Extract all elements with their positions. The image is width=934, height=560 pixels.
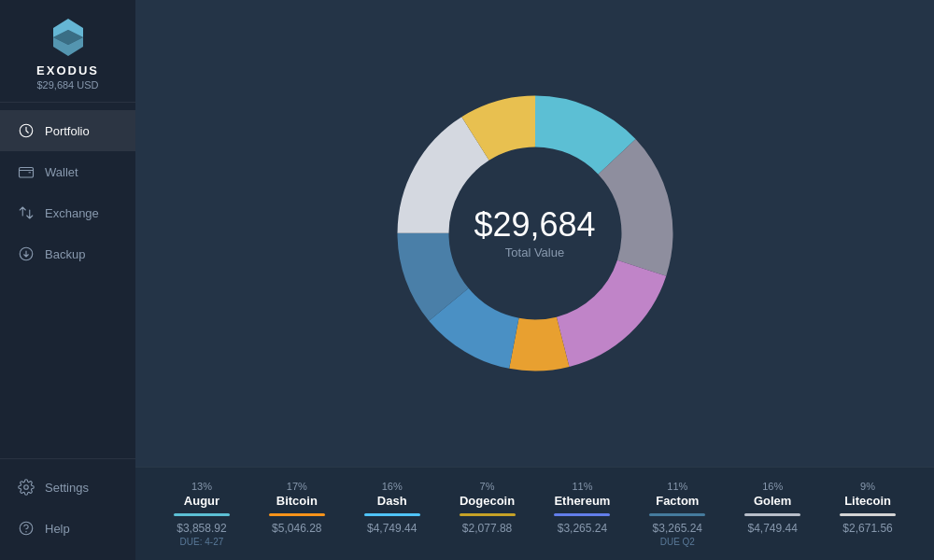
coin-item-augur: 13% Augur $3,858.92 DUE: 4-27 (160, 481, 244, 547)
factom-value: $3,265.24 (653, 522, 702, 535)
sidebar-item-wallet[interactable]: Wallet (0, 151, 135, 192)
factom-bar (649, 513, 705, 516)
litecoin-bar (840, 513, 896, 516)
augur-due: DUE: 4-27 (180, 537, 224, 547)
sidebar-item-help[interactable]: Help (0, 508, 135, 549)
settings-icon (17, 478, 35, 497)
chart-area: $29,684 Total Value (135, 0, 934, 467)
ethereum-percent: 11% (572, 481, 592, 492)
coin-item-dash: 16% Dash $4,749.44 (350, 481, 434, 547)
litecoin-name: Litecoin (844, 494, 891, 508)
sidebar-item-exchange[interactable]: Exchange (0, 192, 135, 233)
dogecoin-value: $2,077.88 (462, 522, 512, 535)
wallet-label: Wallet (45, 165, 78, 179)
exodus-logo-icon (48, 17, 89, 58)
dogecoin-name: Dogecoin (460, 494, 515, 508)
help-label: Help (45, 522, 70, 536)
dash-bar (364, 513, 420, 516)
factom-due: DUE Q2 (660, 537, 695, 547)
coin-item-ethereum: 11% Ethereum $3,265.24 (540, 481, 624, 547)
dogecoin-percent: 7% (480, 481, 495, 492)
exchange-icon (17, 203, 35, 222)
ethereum-bar (554, 513, 610, 516)
dash-percent: 16% (382, 481, 403, 492)
backup-label: Backup (45, 247, 85, 261)
bitcoin-bar (269, 513, 325, 516)
litecoin-value: $2,671.56 (842, 522, 892, 535)
donut-chart: $29,684 Total Value (386, 84, 685, 383)
augur-percent: 13% (191, 481, 212, 492)
donut-center: $29,684 Total Value (474, 208, 595, 259)
coin-item-bitcoin: 17% Bitcoin $5,046.28 (255, 481, 339, 547)
litecoin-percent: 9% (860, 481, 875, 492)
clock-icon (17, 121, 35, 140)
main-content: $29,684 Total Value 13% Augur $3,858.92 … (135, 0, 934, 560)
exchange-label: Exchange (45, 206, 99, 220)
factom-name: Factom (656, 494, 699, 508)
app-balance: $29,684 USD (36, 79, 98, 91)
help-icon (17, 519, 35, 538)
golem-name: Golem (754, 494, 791, 508)
golem-percent: 16% (762, 481, 783, 492)
app-name: EXODUS (36, 63, 99, 77)
svg-rect-4 (20, 168, 34, 178)
augur-value: $3,858.92 (177, 522, 226, 535)
golem-bar (744, 513, 800, 516)
factom-percent: 11% (667, 481, 687, 492)
dash-name: Dash (377, 494, 407, 508)
backup-icon (17, 245, 35, 263)
svg-point-7 (20, 522, 33, 535)
portfolio-total-label: Total Value (474, 245, 595, 259)
sidebar-item-portfolio[interactable]: Portfolio (0, 110, 135, 151)
augur-bar (174, 513, 230, 516)
wallet-icon (17, 162, 35, 181)
sidebar-bottom: Settings Help (0, 458, 135, 560)
sidebar-nav: Portfolio Wallet Exchange (0, 103, 135, 458)
coins-bar: 13% Augur $3,858.92 DUE: 4-27 17% Bitcoi… (135, 467, 934, 560)
coin-item-golem: 16% Golem $4,749.44 (730, 481, 814, 547)
coin-item-factom: 11% Factom $3,265.24 DUE Q2 (635, 481, 719, 547)
dogecoin-bar (460, 513, 516, 516)
ethereum-value: $3,265.24 (558, 522, 607, 535)
coin-item-litecoin: 9% Litecoin $2,671.56 (826, 481, 910, 547)
dash-value: $4,749.44 (367, 522, 417, 535)
sidebar-logo: EXODUS $29,684 USD (0, 0, 135, 103)
augur-name: Augur (184, 494, 219, 508)
ethereum-name: Ethereum (554, 494, 610, 508)
coin-item-dogecoin: 7% Dogecoin $2,077.88 (446, 481, 530, 547)
sidebar: EXODUS $29,684 USD Portfolio Wall (0, 0, 135, 560)
portfolio-total-value: $29,684 (474, 208, 595, 242)
sidebar-item-backup[interactable]: Backup (0, 233, 135, 274)
bitcoin-percent: 17% (287, 481, 307, 492)
settings-label: Settings (45, 481, 89, 495)
svg-point-6 (24, 485, 29, 490)
golem-value: $4,749.44 (747, 522, 797, 535)
portfolio-label: Portfolio (45, 124, 90, 138)
bitcoin-value: $5,046.28 (272, 522, 321, 535)
sidebar-item-settings[interactable]: Settings (0, 467, 135, 508)
bitcoin-name: Bitcoin (276, 494, 318, 508)
